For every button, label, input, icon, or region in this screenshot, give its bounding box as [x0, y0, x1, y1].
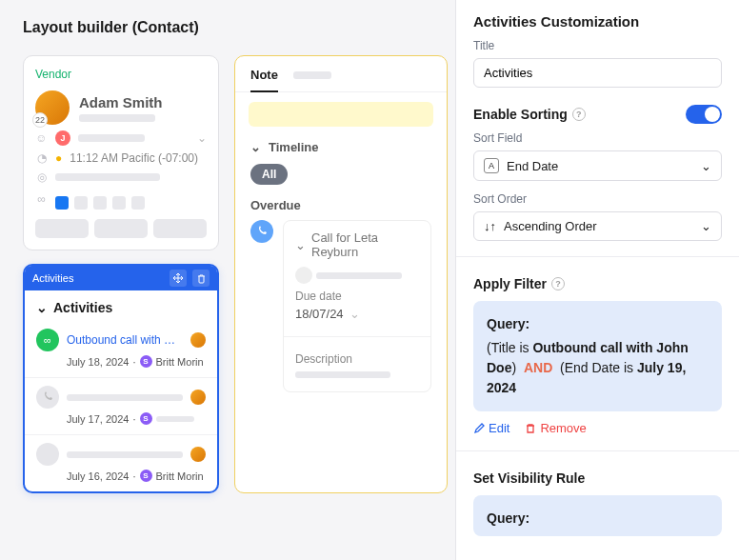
panel-heading: Activities Customization	[473, 13, 722, 30]
title-input[interactable]	[473, 58, 722, 88]
chevron-down-icon: ⌄	[250, 140, 261, 154]
page-title: Layout builder (Contact)	[23, 19, 455, 36]
vendor-label: Vendor	[35, 68, 207, 81]
filter-ghost[interactable]	[345, 168, 383, 181]
query-label: Query:	[487, 509, 709, 529]
query-label: Query:	[487, 314, 709, 334]
contact-card: Vendor 22 Adam Smith ☺ J	[23, 55, 219, 250]
phone-icon	[250, 220, 273, 243]
sort-order-label: Sort Order	[473, 192, 722, 206]
task-card[interactable]: ⌄ Call for Leta Reyburn Due date 18/07/2…	[283, 220, 431, 392]
title-label: Title	[473, 39, 722, 52]
link-icon: ∞	[35, 193, 48, 206]
chevron-down-icon: ⌄	[36, 300, 48, 315]
clock-icon: ◔	[35, 152, 48, 165]
activities-card[interactable]: Activities ⌄ Activities ∞ Outbound	[23, 264, 219, 493]
chevron-down-icon: ⌄	[350, 307, 360, 321]
social-icons	[55, 196, 145, 210]
contact-subtitle	[79, 114, 155, 122]
help-icon[interactable]: ?	[572, 108, 586, 121]
avatar: 22	[35, 90, 70, 125]
activity-item[interactable]: July 16, 2024 · S Britt Morin	[25, 434, 217, 491]
owner-row[interactable]: ☺ J ⌄	[35, 130, 207, 146]
field-icon: A	[484, 158, 499, 173]
activity-date: July 16, 2024	[67, 470, 129, 482]
apply-filter-label: Apply Filter	[473, 276, 547, 291]
time-text: 11:12 AM Pacific (-07:00)	[70, 151, 198, 165]
chevron-down-icon: ⌄	[197, 131, 207, 145]
activities-header-label: Activities	[32, 272, 73, 284]
phone-icon	[36, 386, 59, 409]
tab-note[interactable]: Note	[250, 68, 278, 91]
move-icon[interactable]	[170, 270, 187, 287]
main-panel: Note ⌄ Timeline All Overdue	[234, 55, 448, 493]
source-chip: S	[140, 412, 152, 425]
source-chip: S	[140, 355, 152, 368]
right-panel: Activities Customization Title Enable So…	[455, 0, 739, 560]
link-row: ∞	[35, 189, 207, 210]
activities-title: Activities	[53, 300, 112, 315]
filter-ghost[interactable]	[297, 168, 335, 181]
activity-icon	[36, 443, 59, 466]
avatar	[190, 332, 206, 348]
due-date-label: Due date	[295, 290, 419, 303]
time-row: ◔ ● 11:12 AM Pacific (-07:00)	[35, 151, 207, 165]
pin-icon: ◎	[35, 170, 48, 183]
edit-button[interactable]: Edit	[473, 421, 509, 435]
activity-assignee: Britt Morin	[156, 356, 204, 368]
remove-button[interactable]: Remove	[525, 421, 586, 435]
activity-date: July 17, 2024	[67, 413, 129, 425]
avatar-badge: 22	[32, 112, 48, 128]
filter-all[interactable]: All	[250, 164, 288, 185]
person-icon: ☺	[35, 132, 48, 145]
help-icon[interactable]: ?	[551, 277, 565, 290]
due-date-value[interactable]: 18/07/24 ⌄	[295, 307, 419, 321]
activities-title-row[interactable]: ⌄ Activities	[25, 290, 217, 321]
query-and: AND	[524, 360, 552, 375]
chevron-down-icon: ⌄	[701, 219, 711, 233]
activity-subject: Outbound call with Sa...	[67, 333, 183, 347]
trash-icon[interactable]	[192, 270, 210, 287]
link-icon: ∞	[36, 329, 59, 351]
activity-assignee: Britt Morin	[156, 470, 204, 482]
facebook-icon[interactable]	[55, 196, 69, 210]
sort-field-label: Sort Field	[473, 131, 722, 145]
visibility-query-box: Query:	[473, 495, 722, 536]
note-input[interactable]	[249, 102, 433, 127]
location-row: ◎	[35, 170, 207, 183]
enable-sorting-toggle[interactable]	[686, 105, 722, 124]
visibility-heading: Set Visibility Rule	[473, 470, 722, 486]
source-chip: S	[140, 470, 152, 482]
sort-order-select[interactable]: ↓↑Ascending Order ⌄	[473, 211, 722, 241]
sort-field-select[interactable]: AEnd Date ⌄	[473, 150, 722, 181]
contact-name: Adam Smith	[79, 94, 163, 110]
timeline-section[interactable]: ⌄ Timeline	[235, 140, 447, 164]
owner-chip: J	[55, 130, 70, 146]
description-label: Description	[295, 352, 419, 366]
avatar	[190, 390, 206, 405]
tab-ghost[interactable]	[293, 68, 331, 91]
task-title: Call for Leta Reyburn	[311, 230, 419, 259]
activity-item[interactable]: July 17, 2024 · S	[25, 377, 217, 434]
enable-sorting-label: Enable Sorting	[473, 107, 568, 122]
chevron-down-icon: ⌄	[295, 238, 306, 252]
sort-icon: ↓↑	[484, 219, 496, 233]
activity-date: July 18, 2024	[67, 356, 129, 368]
overdue-label: Overdue	[235, 198, 447, 220]
query-box: Query: (Title is Outbound call with John…	[473, 301, 722, 411]
avatar	[190, 447, 206, 462]
activity-item[interactable]: ∞ Outbound call with Sa... July 18, 2024…	[25, 321, 217, 377]
chevron-down-icon: ⌄	[701, 159, 711, 173]
